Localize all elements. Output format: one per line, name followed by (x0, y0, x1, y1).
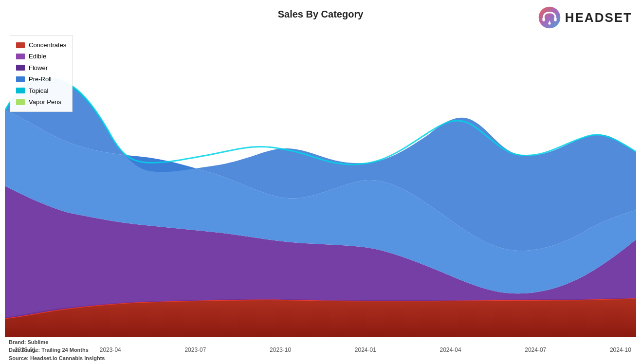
legend-item-flower: Flower (16, 62, 66, 73)
x-label-6: 2024-07 (525, 346, 546, 353)
concentrates-swatch (16, 42, 25, 48)
x-label-4: 2024-01 (355, 346, 376, 353)
edible-swatch (16, 54, 25, 59)
logo-text: HEADSET (565, 10, 632, 25)
legend-item-vapor-pens: Vapor Pens (16, 96, 66, 108)
preroll-label: Pre-Roll (29, 73, 52, 85)
date-range-label: Date Range: (9, 347, 40, 353)
preroll-swatch (16, 76, 25, 82)
logo-area: HEADSET (538, 6, 632, 29)
brand-value: Sublime (28, 339, 49, 345)
x-label-5: 2024-04 (440, 346, 461, 353)
svg-rect-2 (554, 17, 556, 21)
date-range-value: Trailing 24 Months (41, 347, 89, 353)
source-value: Headset.io Cannabis Insights (30, 355, 105, 361)
concentrates-label: Concentrates (29, 39, 66, 51)
legend-item-edible: Edible (16, 51, 66, 62)
legend-item-topical: Topical (16, 85, 66, 96)
flower-label: Flower (29, 62, 48, 73)
footer-info: Brand: Sublime Date Range: Trailing 24 M… (9, 338, 105, 363)
topical-label: Topical (29, 85, 48, 96)
source-label: Source: (9, 355, 29, 361)
vapor-pens-swatch (16, 99, 25, 105)
topical-swatch (16, 88, 25, 93)
svg-rect-1 (542, 17, 545, 21)
legend-item-preroll: Pre-Roll (16, 73, 66, 85)
x-label-7: 2024-10 (610, 346, 631, 353)
chart-container: Sales By Category HEADSET Concentrates (0, 0, 641, 364)
legend-item-concentrates: Concentrates (16, 39, 66, 51)
chart-legend: Concentrates Edible Flower Pre-Roll Topi… (10, 35, 73, 112)
vapor-pens-label: Vapor Pens (29, 96, 61, 108)
x-label-2: 2023-07 (184, 346, 206, 353)
brand-label: Brand: (9, 339, 26, 345)
chart-svg (5, 30, 636, 337)
x-label-3: 2023-10 (270, 346, 291, 353)
flower-swatch (16, 65, 25, 71)
svg-point-3 (548, 22, 550, 24)
x-axis-labels: 2023-01 2023-04 2023-07 2023-10 2024-01 … (15, 346, 631, 353)
headset-logo-icon (538, 6, 561, 29)
edible-label: Edible (29, 51, 46, 62)
svg-point-0 (538, 7, 560, 29)
